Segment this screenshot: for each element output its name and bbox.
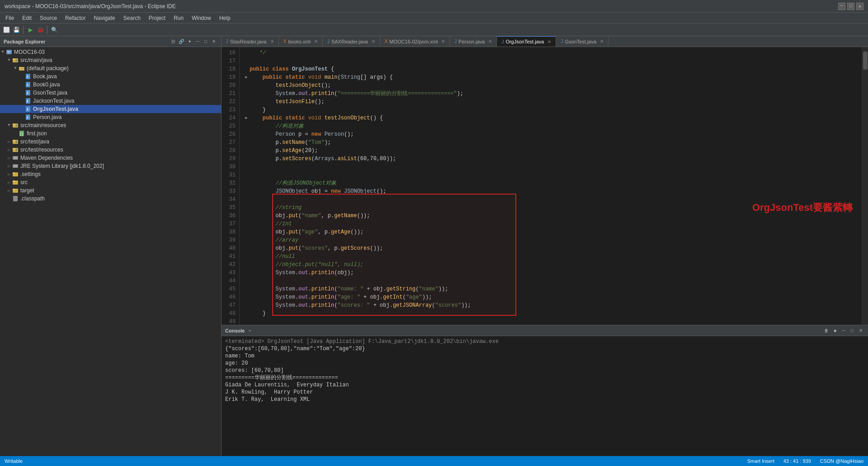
menu-item-refactor[interactable]: Refactor: [61, 14, 89, 22]
tab-mooc16-02-pom-xml[interactable]: XMOOC16-02/pom.xml✕: [380, 36, 450, 47]
expand-arrow-mavendep[interactable]: ▷: [6, 156, 12, 161]
line-number-17: 17: [222, 57, 237, 65]
explorer-menu-button[interactable]: ▾: [186, 38, 193, 45]
tree-item-jre[interactable]: ▷JRE System Library [jdk1.8.0_202]: [0, 162, 221, 170]
tab-close-button[interactable]: ✕: [547, 39, 551, 44]
expand-arrow-src[interactable]: ▷: [6, 180, 12, 185]
tab-books-xml[interactable]: Xbooks.xml✕: [279, 36, 323, 47]
close-view-button[interactable]: ✕: [210, 38, 217, 45]
line-marker-19: ▶: [243, 73, 250, 81]
search-button[interactable]: 🔍: [50, 25, 59, 34]
tab-orgjsontest-java[interactable]: JOrgJsonTest.java✕: [497, 36, 556, 47]
minimize-view-button[interactable]: ─: [194, 38, 201, 45]
tab-close-button[interactable]: ✕: [372, 39, 375, 44]
stop-console-button[interactable]: ■: [831, 327, 839, 334]
menu-bar: FileEditSourceRefactorNavigateSearchProj…: [0, 13, 868, 24]
tree-item-book0[interactable]: JBook0.java: [0, 81, 221, 89]
code-line-49: [243, 318, 858, 325]
editor-scrollbar[interactable]: [862, 47, 868, 325]
tab-close-button[interactable]: ✕: [600, 39, 604, 44]
line-number-44: 44: [222, 277, 237, 285]
console-tab-close[interactable]: ✕: [248, 328, 251, 333]
run-button[interactable]: ▶: [26, 25, 35, 34]
maximize-view-button[interactable]: □: [202, 38, 209, 45]
expand-arrow-srctestjava[interactable]: ▷: [6, 139, 12, 144]
tree-item-srctestjava[interactable]: ▷Jsrc/test/java: [0, 138, 221, 146]
status-right: Smart Insert 43 : 41 : 939 CSDN @NagiHsi…: [747, 458, 863, 464]
console-maximize-button[interactable]: □: [849, 327, 856, 334]
expand-arrow-target[interactable]: ▷: [6, 188, 12, 193]
expand-arrow-srcmainres[interactable]: ▼: [6, 123, 12, 128]
tree-item-defaultpkg[interactable]: ▼(default package): [0, 64, 221, 72]
collapse-all-button[interactable]: ⊟: [170, 38, 177, 45]
tree-icon-folder: [12, 187, 19, 194]
tree-item-srctestres[interactable]: ▷Jsrc/test/resources: [0, 146, 221, 154]
tree-item-mavendep[interactable]: ▷Maven Dependencies: [0, 154, 221, 162]
tree-item-person[interactable]: JPerson.java: [0, 113, 221, 121]
maximize-button[interactable]: □: [847, 3, 854, 10]
tab-person-java[interactable]: JPerson.java✕: [450, 36, 497, 47]
tree-item-jackson[interactable]: JJacksonTest.java: [0, 97, 221, 105]
tree-item-srcmainjava[interactable]: ▼Jsrc/main/java: [0, 56, 221, 64]
line-number-27: 27: [222, 138, 237, 147]
menu-item-project[interactable]: Project: [145, 14, 169, 22]
new-button[interactable]: ⬜: [2, 25, 11, 34]
code-line-34: [243, 195, 858, 204]
tree-item-settings[interactable]: ▷.settings: [0, 170, 221, 178]
tree-label-jre: JRE System Library [jdk1.8.0_202]: [20, 163, 104, 169]
minimize-button[interactable]: ─: [838, 3, 845, 10]
code-content-area[interactable]: */public class OrgJsonTest {▶ public sta…: [240, 47, 862, 325]
line-number-21: 21: [222, 90, 237, 98]
menu-item-file[interactable]: File: [2, 14, 18, 22]
tree-item-book[interactable]: JBook.java: [0, 72, 221, 81]
menu-item-navigate[interactable]: Navigate: [90, 14, 118, 22]
tree-item-srcmainres[interactable]: ▼Jsrc/main/resources: [0, 121, 221, 129]
tab-close-button[interactable]: ✕: [441, 39, 445, 44]
expand-arrow-srcmainjava[interactable]: ▼: [6, 58, 12, 62]
link-editor-button[interactable]: 🔗: [178, 38, 185, 45]
expand-arrow-mooc16[interactable]: ▼: [0, 50, 5, 54]
tab-close-button[interactable]: ✕: [488, 39, 492, 44]
debug-button[interactable]: 🐞: [36, 25, 45, 34]
tree-item-firstjson[interactable]: {}first.json: [0, 129, 221, 138]
menu-item-run[interactable]: Run: [170, 14, 187, 22]
code-editor[interactable]: 1617181920212223242526272829303132333435…: [222, 47, 868, 325]
explorer-header: Package Explorer ⊟ 🔗 ▾ ─ □ ✕: [0, 36, 221, 47]
tab-close-button[interactable]: ✕: [270, 39, 274, 44]
tab-saxreader-java[interactable]: JSAXReader.java✕: [323, 36, 380, 47]
tree-item-gson[interactable]: JGsonTest.java: [0, 89, 221, 97]
menu-item-help[interactable]: Help: [216, 14, 234, 22]
toolbar-separator-1: [23, 26, 24, 34]
code-text-24: public static void testJsonObject() {: [250, 114, 383, 122]
menu-item-source[interactable]: Source: [36, 14, 61, 22]
svg-rect-40: [13, 189, 15, 190]
line-number-22: 22: [222, 98, 237, 106]
menu-item-window[interactable]: Window: [188, 14, 215, 22]
tab-close-button[interactable]: ✕: [314, 39, 318, 44]
tree-item-src[interactable]: ▷src: [0, 178, 221, 186]
expand-arrow-srctestres[interactable]: ▷: [6, 147, 12, 152]
tab-staxreader-java[interactable]: JStaxReader.java✕: [222, 36, 279, 47]
clear-console-button[interactable]: 🗑: [823, 327, 830, 334]
expand-arrow-jre[interactable]: ▷: [6, 164, 12, 169]
code-text-43: System.out.println(obj);: [250, 269, 354, 277]
svg-rect-7: [19, 67, 21, 68]
line-numbers: 1617181920212223242526272829303132333435…: [222, 47, 240, 325]
console-close-button[interactable]: ✕: [857, 327, 864, 334]
close-button[interactable]: ✕: [856, 3, 863, 10]
scrollbar-thumb[interactable]: [863, 52, 868, 70]
tree-item-target[interactable]: ▷target: [0, 186, 221, 195]
menu-item-edit[interactable]: Edit: [19, 14, 35, 22]
menu-item-search[interactable]: Search: [120, 14, 144, 22]
code-text-28: p.setAge(20);: [250, 147, 318, 155]
save-button[interactable]: 💾: [12, 25, 21, 34]
expand-arrow-settings[interactable]: ▷: [6, 172, 12, 177]
tree-item-mooc16[interactable]: ▼MOOC16-03: [0, 48, 221, 56]
tree-item-classpath[interactable]: .classpath: [0, 195, 221, 203]
console-minimize-button[interactable]: ─: [840, 327, 847, 334]
tree-item-orgjson[interactable]: JOrgJsonTest.java: [0, 105, 221, 113]
tab-gsontest-java[interactable]: JGsonTest.java✕: [556, 36, 609, 47]
console-output: <terminated> OrgJsonTest [Java Applicati…: [222, 336, 868, 456]
code-line-26: Person p = new Person();: [243, 130, 858, 138]
expand-arrow-defaultpkg[interactable]: ▼: [13, 66, 18, 71]
